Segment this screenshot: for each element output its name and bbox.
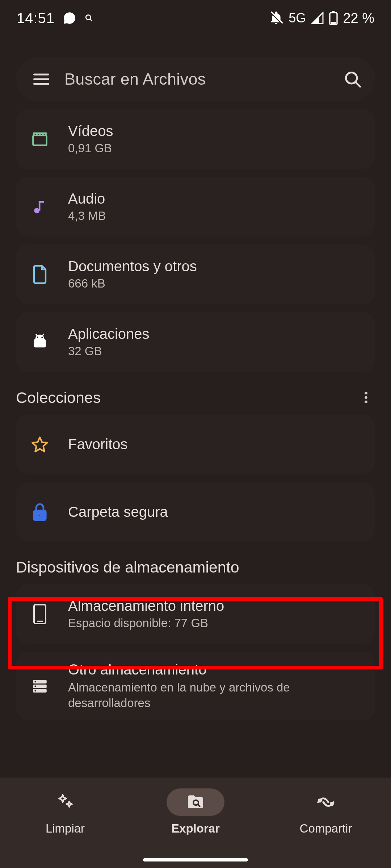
svg-line-11 [356,82,360,87]
apps-icon [29,331,51,353]
svg-point-35 [34,690,36,692]
nav-label: Compartir [300,822,352,835]
search-small-icon [84,13,94,23]
svg-point-0 [86,15,91,20]
svg-point-33 [34,681,36,682]
category-title: Audio [68,191,106,207]
svg-point-18 [37,336,38,338]
search-bar[interactable]: Buscar en Archivos [16,57,375,101]
category-audio[interactable]: Audio 4,3 MB [16,177,375,237]
category-size: 666 kB [68,277,197,290]
svg-rect-5 [332,11,335,13]
category-title: Documentos y otros [68,258,197,275]
network-label: 5G [289,10,306,26]
collection-favorites[interactable]: Favoritos [16,414,375,474]
battery-percent: 22 % [343,10,374,26]
search-icon[interactable] [343,70,362,89]
section-title: Dispositivos de almacenamiento [16,558,239,576]
svg-point-24 [365,400,367,403]
lock-icon [29,501,51,523]
svg-rect-17 [34,339,46,347]
category-title: Vídeos [68,123,113,139]
status-bar: 14:51 5G 22 % [0,0,391,36]
svg-point-14 [34,208,39,213]
star-icon [29,434,51,455]
svg-point-27 [39,514,41,516]
section-title: Colecciones [16,389,101,407]
nav-label: Limpiar [46,822,85,835]
overflow-icon[interactable] [357,388,375,407]
status-time: 14:51 [17,10,55,26]
collection-safefolder[interactable]: Carpeta segura [16,482,375,542]
storage-sub: Espacio disponible: 77 GB [68,616,224,630]
svg-point-23 [365,396,367,399]
signal-icon [311,12,324,25]
svg-point-22 [365,392,367,395]
storage-other[interactable]: Otro almacenamiento Almacenamiento en la… [16,652,375,720]
svg-point-34 [34,685,36,687]
category-apps[interactable]: Aplicaciones 32 GB [16,312,375,372]
phone-icon [29,603,51,625]
nav-clean[interactable]: Limpiar [0,788,130,868]
sparkle-icon [55,792,75,812]
video-icon [29,128,51,150]
bottom-nav: Limpiar Explorar Compartir [0,778,391,868]
storage-title: Almacenamiento interno [68,598,224,614]
category-title: Aplicaciones [68,326,150,342]
category-size: 0,91 GB [68,141,113,155]
storage-internal[interactable]: Almacenamiento interno Espacio disponibl… [16,584,375,644]
collection-title: Carpeta segura [68,504,168,520]
battery-icon [329,11,338,25]
category-videos[interactable]: Vídeos 0,91 GB [16,109,375,169]
collections-header: Colecciones [0,388,391,407]
hamburger-icon[interactable] [32,70,51,89]
audio-icon [29,196,51,218]
svg-point-39 [331,803,333,805]
svg-line-1 [90,19,92,21]
nav-share[interactable]: Compartir [261,788,391,868]
svg-point-19 [41,336,43,338]
share-icon [316,792,336,812]
svg-point-38 [319,799,321,801]
storage-icon [29,675,51,697]
chat-icon [63,11,76,25]
category-size: 4,3 MB [68,209,106,223]
home-indicator[interactable] [143,858,248,861]
collection-title: Favoritos [68,436,128,452]
svg-line-21 [42,334,43,336]
category-size: 32 GB [68,344,150,358]
search-placeholder: Buscar en Archivos [64,70,343,89]
svg-rect-16 [39,201,44,203]
folder-search-icon [185,792,206,812]
svg-rect-12 [33,135,47,145]
storage-title: Otro almacenamiento [68,661,343,678]
nav-label: Explorar [171,822,220,835]
storage-header: Dispositivos de almacenamiento [0,558,391,576]
dnd-icon [269,11,283,25]
nav-explore[interactable]: Explorar [130,788,261,868]
storage-list: Almacenamiento interno Espacio disponibl… [0,584,391,720]
categories-list: Vídeos 0,91 GB Audio 4,3 MB Documentos y… [0,109,391,372]
document-icon [29,264,51,285]
category-documents[interactable]: Documentos y otros 666 kB [16,244,375,304]
svg-line-20 [36,334,37,336]
svg-rect-6 [331,22,336,24]
storage-sub: Almacenamiento en la nube y archivos de … [68,680,343,711]
collections-list: Favoritos Carpeta segura [0,414,391,542]
